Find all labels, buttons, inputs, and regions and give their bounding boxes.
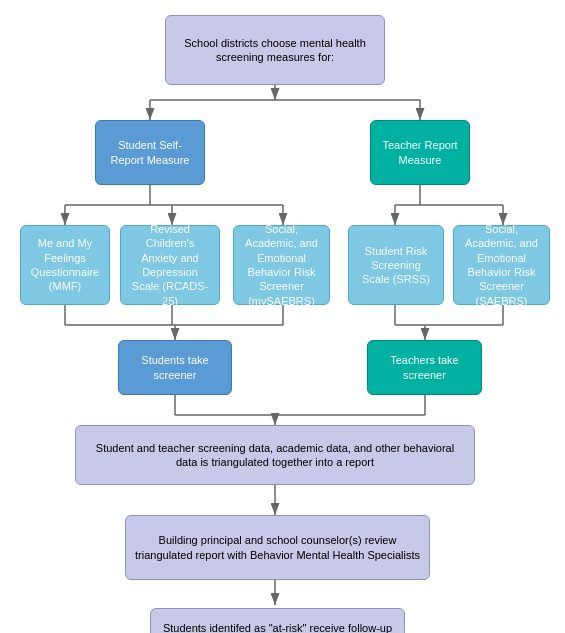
identified-label: Students identifed as "at-risk" receive … — [159, 621, 396, 633]
saebrs-label: Social, Academic, and Emotional Behavior… — [462, 222, 541, 308]
counselor-node: Building principal and school counselor(… — [125, 515, 430, 580]
mysaebrs-node: Social, Academic, and Emotional Behavior… — [233, 225, 330, 305]
srss-node: Student Risk Screening Scale (SRSS) — [348, 225, 444, 305]
srss-label: Student Risk Screening Scale (SRSS) — [357, 244, 435, 287]
mysaebrs-label: Social, Academic, and Emotional Behavior… — [242, 222, 321, 308]
teachers-take-node: Teachers take screener — [367, 340, 482, 395]
students-take-label: Students take screener — [127, 353, 223, 382]
counselor-label: Building principal and school counselor(… — [134, 533, 421, 562]
rcads-node: Revised Children's Anxiety and Depressio… — [120, 225, 220, 305]
teacher-report-node: Teacher Report Measure — [370, 120, 470, 185]
root-node: School districts choose mental health sc… — [165, 15, 385, 85]
identified-node: Students identifed as "at-risk" receive … — [150, 608, 405, 633]
mmf-node: Me and My Feelings Questionnaire (MMF) — [20, 225, 110, 305]
teacher-report-label: Teacher Report Measure — [379, 138, 461, 167]
students-take-node: Students take screener — [118, 340, 232, 395]
triangulated-node: Student and teacher screening data, acad… — [75, 425, 475, 485]
student-self-report-label: Student Self-Report Measure — [104, 138, 196, 167]
mmf-label: Me and My Feelings Questionnaire (MMF) — [29, 236, 101, 293]
saebrs-node: Social, Academic, and Emotional Behavior… — [453, 225, 550, 305]
triangulated-label: Student and teacher screening data, acad… — [84, 441, 466, 470]
root-label: School districts choose mental health sc… — [174, 36, 376, 65]
diagram: School districts choose mental health sc… — [0, 0, 565, 633]
student-self-report-node: Student Self-Report Measure — [95, 120, 205, 185]
rcads-label: Revised Children's Anxiety and Depressio… — [129, 222, 211, 308]
teachers-take-label: Teachers take screener — [376, 353, 473, 382]
